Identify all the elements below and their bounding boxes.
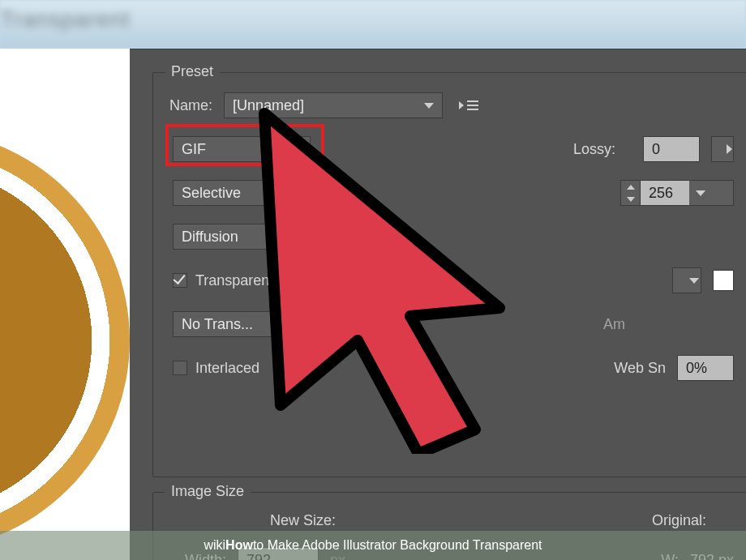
transparency-dither-value: No Trans... — [182, 316, 284, 333]
interlaced-row: Interlaced Web Sn 0% — [169, 355, 734, 381]
chevron-down-icon — [292, 147, 302, 152]
image-size-legend: Image Size — [165, 483, 251, 500]
format-row: GIF Lossy: 0 — [169, 136, 734, 162]
dither-row: Diffusion — [169, 224, 734, 250]
transparency-checkbox[interactable]: Transparency — [173, 272, 284, 289]
matte-dropdown[interactable] — [672, 267, 701, 293]
lossy-input[interactable]: 0 — [643, 136, 700, 162]
chevron-up-icon[interactable] — [621, 181, 640, 193]
format-value: GIF — [182, 141, 284, 158]
dither-value: Diffusion — [182, 229, 284, 246]
checkbox-icon — [173, 361, 187, 375]
reduction-row: Selective 256 — [169, 180, 734, 206]
window-title-blur: Transparent — [0, 6, 131, 32]
chevron-down-icon — [424, 103, 434, 109]
websnap-input[interactable]: 0% — [677, 355, 734, 381]
preset-legend: Preset — [165, 63, 220, 80]
menu-bars-icon — [467, 100, 478, 110]
format-dropdown[interactable]: GIF — [173, 136, 311, 162]
colors-value: 256 — [641, 181, 689, 205]
amount-label-partial: Am — [603, 316, 625, 333]
caption-prefix: wiki — [204, 538, 225, 553]
chevron-down-icon — [689, 278, 699, 284]
transparency-dither-dropdown[interactable]: No Trans... — [173, 311, 311, 337]
matte-swatch[interactable] — [713, 270, 734, 291]
trans-dither-row: No Trans... Am — [169, 311, 734, 337]
websnap-value: 0% — [686, 360, 707, 377]
interlaced-label: Interlaced — [195, 360, 259, 377]
original-header: Original: — [652, 512, 706, 529]
websnap-label: Web Sn — [614, 360, 666, 377]
triangle-right-icon — [459, 101, 464, 109]
color-reduction-dropdown[interactable]: Selective — [173, 180, 311, 206]
lossy-flyout-button[interactable] — [711, 136, 734, 162]
chevron-down-icon — [292, 322, 302, 327]
window-titlebar: Transparent — [0, 0, 746, 49]
transparency-row: Transparency — [169, 267, 734, 293]
size-headers-row: New Size: Original: — [169, 512, 734, 529]
lossy-label: Lossy: — [573, 141, 632, 158]
chevron-down-icon — [292, 234, 302, 240]
transparency-label: Transparency — [195, 272, 284, 289]
preset-group: Preset Name: [Unnamed] GIF Lossy: 0 — [152, 72, 746, 477]
preset-name-dropdown[interactable]: [Unnamed] — [224, 92, 443, 118]
lossy-value: 0 — [652, 141, 660, 158]
color-reduction-value: Selective — [182, 185, 284, 202]
chevron-down-icon[interactable] — [621, 193, 640, 205]
caption-bar: wikiHow to Make Adobe Illustrator Backgr… — [0, 531, 746, 560]
preset-name-value: [Unnamed] — [233, 97, 416, 114]
interlaced-checkbox[interactable]: Interlaced — [173, 360, 259, 377]
caption-bold: How — [225, 538, 253, 553]
preview-pane — [0, 49, 130, 560]
preset-options-button[interactable] — [454, 92, 483, 118]
dither-dropdown[interactable]: Diffusion — [173, 224, 311, 250]
name-label: Name: — [169, 97, 212, 114]
colors-stepper[interactable]: 256 — [620, 180, 734, 206]
chevron-down-icon — [292, 190, 302, 196]
new-size-header: New Size: — [270, 512, 336, 529]
preview-artwork — [0, 130, 130, 551]
chevron-right-icon — [727, 144, 732, 154]
checkbox-icon — [173, 273, 187, 288]
name-row: Name: [Unnamed] — [169, 92, 734, 118]
stepper-arrows[interactable] — [621, 181, 641, 205]
export-panel: Preset Name: [Unnamed] GIF Lossy: 0 — [130, 49, 746, 560]
caption-rest: to Make Adobe Illustrator Background Tra… — [253, 538, 542, 553]
chevron-down-icon — [696, 190, 705, 196]
